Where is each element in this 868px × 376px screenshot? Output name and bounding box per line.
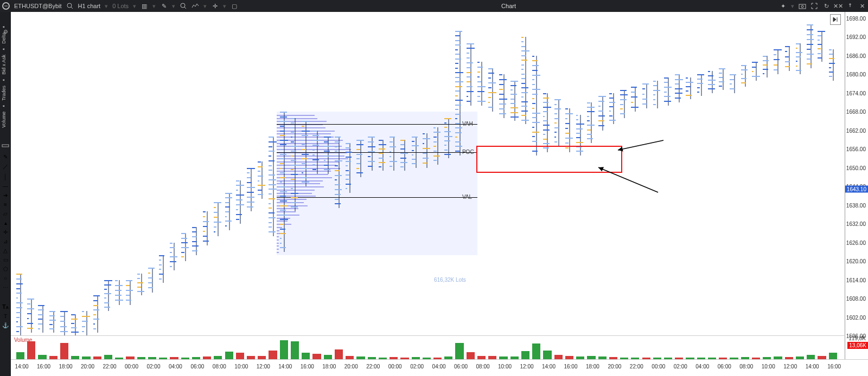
tools-icon[interactable]: ✕✕ [834, 2, 842, 10]
cluster-bar[interactable] [499, 74, 508, 118]
tab-bidask[interactable]: Bid x Ask [1, 55, 7, 75]
cluster-bar[interactable] [609, 93, 618, 125]
close-icon[interactable]: ✕ [858, 2, 866, 10]
dots-icon[interactable]: ⋯ [3, 284, 8, 290]
cluster-bar[interactable] [412, 137, 420, 168]
cluster-bar[interactable] [686, 77, 694, 99]
cluster-bar[interactable] [455, 31, 464, 155]
text-icon[interactable]: T [4, 313, 7, 319]
lots-label[interactable]: 0 Lots [112, 3, 129, 9]
cluster-bar[interactable] [60, 311, 69, 336]
crosshair-icon[interactable]: ✛ [211, 2, 219, 10]
triangle-icon[interactable]: △ [3, 248, 8, 254]
cluster-bar[interactable] [181, 233, 190, 261]
cluster-bar[interactable] [71, 314, 80, 336]
tab-delta[interactable]: Delta [1, 33, 7, 44]
cluster-bar[interactable] [631, 87, 640, 112]
volume-pane[interactable]: Volume [11, 335, 845, 360]
cluster-bar[interactable] [247, 168, 256, 212]
cluster-bar[interactable] [27, 299, 36, 333]
cluster-bar[interactable] [137, 274, 146, 295]
cluster-bar[interactable] [335, 137, 343, 208]
cluster-bar[interactable] [38, 305, 47, 333]
cluster-bar[interactable] [159, 255, 168, 283]
arrow-tool-icon[interactable]: ➔ [3, 192, 8, 198]
volume-bar[interactable] [60, 343, 68, 360]
timeframe-label[interactable]: H1 chart [78, 3, 101, 9]
cluster-bar[interactable] [785, 46, 794, 71]
cluster-bar[interactable] [467, 43, 475, 106]
cluster-bar[interactable] [642, 83, 651, 108]
cluster-bar[interactable] [16, 274, 25, 336]
cluster-bar[interactable] [730, 74, 738, 93]
cross-tool-icon[interactable]: ✛ [3, 229, 8, 235]
cluster-bar[interactable] [356, 140, 365, 177]
brush-icon[interactable]: ✎ [3, 154, 8, 160]
magic-icon[interactable]: ✦ [779, 2, 787, 10]
cluster-bar[interactable] [510, 81, 519, 121]
cluster-bar[interactable] [225, 193, 234, 230]
cluster-bar[interactable] [521, 37, 530, 124]
volume-bar[interactable] [291, 341, 299, 360]
cluster-bar[interactable] [379, 140, 387, 171]
circle-icon[interactable]: ○ [4, 275, 7, 281]
volume-bar[interactable] [335, 349, 343, 360]
cluster-bar[interactable] [444, 118, 453, 159]
measure-icon[interactable]: ⊿ [3, 238, 8, 244]
rect-icon[interactable]: ▭ [3, 257, 8, 263]
volume-bar[interactable] [521, 351, 529, 360]
cluster-bar[interactable] [532, 56, 541, 155]
fullscreen-icon[interactable] [810, 2, 818, 10]
trend-icon[interactable]: ／ [3, 163, 8, 171]
cluster-bar[interactable] [477, 62, 486, 106]
cluster-bar[interactable] [346, 143, 354, 193]
volume-bar[interactable] [269, 351, 277, 360]
cluster-bar[interactable] [587, 102, 596, 143]
cluster-bar[interactable] [400, 140, 409, 171]
pointer-icon[interactable]: ▴ [4, 220, 7, 226]
tab-trades[interactable]: Trades [1, 86, 7, 101]
cluster-bar[interactable] [697, 74, 706, 96]
cluster-bar[interactable] [104, 280, 113, 312]
cluster-bar[interactable] [807, 24, 815, 68]
vert-line-icon[interactable]: │ [4, 174, 7, 180]
cluster-bar[interactable] [203, 211, 212, 245]
cluster-bar[interactable] [423, 133, 431, 167]
volume-bar[interactable] [280, 340, 288, 360]
cluster-bar[interactable] [312, 131, 321, 174]
cluster-bar[interactable] [675, 74, 684, 102]
cluster-bar[interactable] [170, 243, 178, 271]
cluster-bar[interactable] [214, 202, 222, 236]
chart-area[interactable]: VAHPOCVAL616,32K Lots 1698.001692.001686… [11, 12, 868, 360]
cluster-bar[interactable] [49, 311, 58, 333]
cluster-bar[interactable] [818, 31, 826, 62]
cluster-bar[interactable] [93, 295, 102, 333]
camera-icon[interactable] [799, 2, 806, 10]
symbol-label[interactable]: ETHUSDT@Bybit [14, 3, 62, 9]
volume-bar[interactable] [27, 341, 35, 360]
time-axis[interactable]: 14:0016:0018:0020:0022:0000:0002:0004:00… [11, 359, 868, 376]
cluster-bar[interactable] [752, 62, 761, 81]
cluster-bar[interactable] [719, 68, 727, 90]
window-icon[interactable]: ▢ [231, 2, 238, 10]
indicator-icon[interactable] [192, 2, 199, 10]
cluster-bar[interactable] [291, 118, 299, 212]
volume-bar[interactable] [467, 352, 475, 360]
cluster-bar[interactable] [126, 280, 135, 305]
cluster-bar[interactable] [269, 137, 277, 236]
horiz-line-icon[interactable]: — [3, 183, 8, 189]
pin-icon[interactable] [846, 2, 854, 10]
cluster-bar[interactable] [148, 268, 157, 293]
cluster-bar[interactable] [543, 93, 552, 152]
cluster-bar[interactable] [664, 77, 673, 106]
volume-bar[interactable] [532, 343, 540, 360]
cluster-bar[interactable] [115, 280, 124, 305]
cluster-bar[interactable] [488, 68, 497, 112]
cluster-bar[interactable] [598, 96, 607, 130]
cluster-bar[interactable] [433, 127, 442, 165]
fib-icon[interactable]: ≡ [4, 202, 7, 208]
ruler-icon[interactable] [2, 142, 9, 151]
cluster-bar[interactable] [302, 121, 310, 186]
search-icon[interactable] [66, 2, 74, 10]
cluster-bar[interactable] [708, 71, 717, 93]
